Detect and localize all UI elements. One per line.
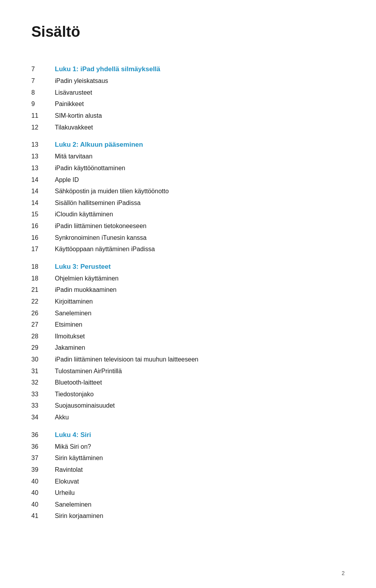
toc-item-label: Sähköpostin ja muiden tilien käyttöönott… [55,186,169,196]
toc-item-label: iPadin liittäminen televisioon tai muuhu… [55,354,198,365]
list-item: 27Etsiminen [31,320,345,330]
list-item: 16Synkronoiminen iTunesin kanssa [31,233,345,243]
toc-chapter-label: Luku 3: Perusteet [55,261,111,272]
toc-item-label: Saneleminen [55,500,91,510]
toc-page-number: 16 [31,233,55,243]
list-item: 11SIM-kortin alusta [31,111,345,121]
list-item: 16iPadin liittäminen tietokoneeseen [31,221,345,231]
toc-item-label: Lisävarusteet [55,88,92,98]
list-item: 36Mikä Siri on? [31,442,345,452]
list-item: 7Luku 1: iPad yhdellä silmäyksellä [31,64,345,74]
list-item: 28Ilmoitukset [31,331,345,342]
toc-item-label: Suojausominaisuudet [55,401,115,411]
list-item: 29Jakaminen [31,343,345,353]
toc-item-label: Mikä Siri on? [55,442,91,452]
list-item: 40Urheilu [31,488,345,498]
toc-page-number: 22 [31,297,55,307]
toc-page-number: 18 [31,273,55,284]
list-item: 36Luku 4: Siri [31,430,345,440]
list-item: 33Tiedostonjako [31,389,345,399]
toc-item-label: Ravintolat [55,465,83,475]
list-item: 8Lisävarusteet [31,88,345,98]
toc-page-number: 14 [31,186,55,196]
toc-page-number: 40 [31,488,55,498]
toc-page-number: 15 [31,209,55,219]
toc-page-number: 13 [31,163,55,173]
toc-page-number: 41 [31,511,55,521]
toc-item-label: Apple ID [55,175,79,185]
toc-page-number: 36 [31,430,55,440]
list-item: 41Sirin korjaaminen [31,511,345,521]
toc-page-number: 26 [31,308,55,318]
toc-item-label: iPadin yleiskatsaus [55,76,108,86]
page-title: Sisältö [31,23,345,40]
list-item: 21iPadin muokkaaminen [31,285,345,295]
list-item: 37Sirin käyttäminen [31,453,345,463]
toc-item-label: Sirin käyttäminen [55,453,103,463]
toc-page-number: 9 [31,99,55,109]
list-item: 39Ravintolat [31,465,345,475]
toc-chapter-label: Luku 4: Siri [55,430,91,440]
toc-page-number: 18 [31,262,55,272]
toc-page-number: 17 [31,244,55,254]
toc-item-label: Etsiminen [55,320,82,330]
toc-item-label: Urheilu [55,488,75,498]
toc-item-label: Ohjelmien käyttäminen [55,273,119,284]
list-item: 9Painikkeet [31,99,345,109]
list-item: 12Tilakuvakkeet [31,122,345,133]
list-item: 18Ohjelmien käyttäminen [31,273,345,284]
toc-item-label: Tilakuvakkeet [55,122,93,133]
toc-page-number: 7 [31,76,55,86]
toc-chapter-label: Luku 2: Alkuun pääseminen [55,139,143,150]
list-item: 40Elokuvat [31,477,345,487]
toc-page-number: 36 [31,442,55,452]
toc-item-label: Jakaminen [55,343,85,353]
toc-page-number: 27 [31,320,55,330]
toc-page-number: 33 [31,389,55,399]
toc-item-label: Saneleminen [55,308,91,318]
toc-page-number: 13 [31,151,55,162]
toc-page-number: 16 [31,221,55,231]
toc-item-label: iPadin muokkaaminen [55,285,116,295]
toc-page-number: 14 [31,198,55,208]
toc-item-label: Bluetooth-laitteet [55,378,102,388]
list-item: 15iCloudin käyttäminen [31,209,345,219]
toc-page-number: 7 [31,64,55,74]
toc-page-number: 40 [31,500,55,510]
toc-item-label: Tulostaminen AirPrintillä [55,366,122,376]
toc-page-number: 40 [31,477,55,487]
toc-item-label: SIM-kortin alusta [55,111,102,121]
toc-page-number: 14 [31,175,55,185]
list-item: 13Mitä tarvitaan [31,151,345,162]
toc-item-label: Painikkeet [55,99,84,109]
list-item: 7iPadin yleiskatsaus [31,76,345,86]
list-item: 18Luku 3: Perusteet [31,261,345,272]
list-item: 14Sähköpostin ja muiden tilien käyttööno… [31,186,345,196]
list-item: 40Saneleminen [31,500,345,510]
toc-page-number: 30 [31,354,55,365]
list-item: 30iPadin liittäminen televisioon tai muu… [31,354,345,365]
toc-page-number: 37 [31,453,55,463]
table-of-contents: 7Luku 1: iPad yhdellä silmäyksellä7iPadi… [31,64,345,521]
toc-item-label: iPadin käyttöönottaminen [55,163,125,173]
page-number: 2 [342,570,345,576]
toc-page-number: 21 [31,285,55,295]
toc-item-label: Synkronoiminen iTunesin kanssa [55,233,146,243]
toc-item-label: Sirin korjaaminen [55,511,103,521]
toc-page-number: 32 [31,378,55,388]
toc-item-label: Elokuvat [55,477,79,487]
toc-page-number: 12 [31,122,55,133]
list-item: 22Kirjoittaminen [31,297,345,307]
list-item: 13Luku 2: Alkuun pääseminen [31,139,345,150]
toc-page-number: 34 [31,412,55,423]
toc-item-label: Akku [55,412,69,423]
toc-page-number: 33 [31,401,55,411]
toc-page-number: 28 [31,331,55,342]
toc-item-label: Käyttöoppaan näyttäminen iPadissa [55,244,155,254]
toc-item-label: Sisällön hallitseminen iPadissa [55,198,141,208]
list-item: 33Suojausominaisuudet [31,401,345,411]
toc-page-number: 8 [31,88,55,98]
list-item: 34Akku [31,412,345,423]
toc-page-number: 11 [31,111,55,121]
toc-page-number: 29 [31,343,55,353]
